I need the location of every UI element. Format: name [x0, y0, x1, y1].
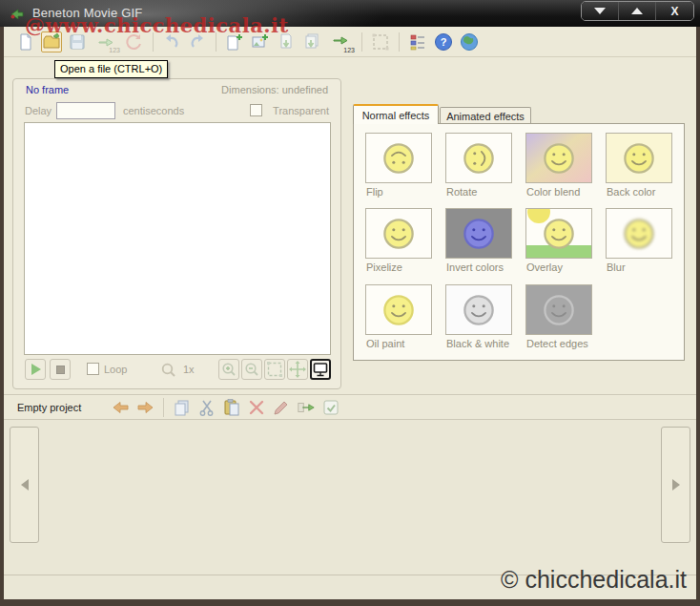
paste-icon [222, 398, 241, 417]
apply-check-icon [321, 398, 340, 417]
tab-normal-effects-label: Normal effects [362, 110, 430, 121]
delete-icon [247, 398, 266, 417]
frame-preview-area [24, 122, 331, 355]
toolbar-separator [399, 32, 400, 52]
edit-button[interactable] [272, 398, 291, 417]
frame-panel: No frame Dimensions: undefined Delay cen… [12, 78, 341, 389]
minimize-button[interactable] [582, 2, 619, 20]
apply-button[interactable] [321, 398, 340, 417]
website-button[interactable] [459, 31, 480, 52]
globe-icon [460, 32, 479, 52]
effect-item-back-color[interactable]: Back color [606, 133, 674, 198]
extract-all-frames-icon [302, 32, 321, 52]
minimize-icon [594, 8, 606, 14]
effect-item-color-blend[interactable]: Color blend [525, 133, 594, 198]
move-frame-icon [297, 399, 316, 416]
export-frames-number: 123 [343, 47, 355, 53]
tab-animated-effects-label: Animated effects [446, 111, 525, 122]
actual-size-button[interactable] [287, 359, 308, 380]
zoom-out-button[interactable] [241, 359, 262, 380]
effect-thumb-oil-paint [365, 284, 432, 335]
open-file-tooltip: Open a file (CTRL+O) [54, 60, 168, 78]
frame-list-icon [408, 32, 427, 52]
bottom-watermark: © chicchedicala.it [501, 566, 687, 594]
effect-thumb-invert-colors [445, 208, 512, 259]
previous-frame-icon [112, 400, 130, 415]
delay-label: Delay [25, 105, 51, 116]
tab-normal-effects[interactable]: Normal effects [353, 104, 439, 124]
effect-item-blur[interactable]: Blur [606, 208, 674, 273]
effect-label: Invert colors [445, 261, 514, 273]
effect-thumb-detect-edges [525, 284, 592, 335]
effect-label: Back color [606, 186, 674, 198]
delay-unit-label: centiseconds [123, 105, 184, 116]
stop-icon [56, 366, 65, 374]
effect-item-flip[interactable]: Flip [365, 133, 434, 198]
extract-all-frames-button[interactable] [301, 31, 322, 52]
manage-frames-button[interactable] [407, 31, 428, 52]
export-frames-button[interactable]: 123 [327, 31, 354, 52]
move-frame-button[interactable] [297, 398, 316, 417]
scroll-frames-right-button[interactable] [661, 427, 690, 543]
effect-item-oil-paint[interactable]: Oil paint [365, 284, 434, 349]
effects-panel: Flip Rotate Color blend Back color Pixel… [353, 123, 685, 361]
effect-thumb-back-color [606, 133, 672, 183]
window-controls: X [581, 1, 694, 21]
effect-thumb-rotate [445, 133, 512, 183]
fit-view-button[interactable] [264, 359, 285, 380]
loop-checkbox[interactable] [87, 363, 99, 375]
effect-thumb-pixelize [365, 208, 432, 259]
resize-button[interactable] [370, 31, 391, 52]
effect-item-overlay[interactable]: Overlay [525, 208, 594, 273]
delay-input[interactable] [56, 102, 115, 119]
effect-thumb-black-white [445, 284, 512, 335]
effect-item-rotate[interactable]: Rotate [445, 133, 514, 198]
fullscreen-button[interactable] [310, 359, 331, 380]
effect-item-pixelize[interactable]: Pixelize [365, 208, 434, 273]
playback-controls: Loop 1x [13, 359, 342, 384]
next-frame-button[interactable] [135, 398, 154, 417]
effect-label: Blur [606, 261, 674, 273]
effect-thumb-overlay [525, 208, 592, 259]
zoom-in-icon [220, 361, 237, 378]
move-arrows-icon [289, 361, 306, 378]
zoom-level-value: 1x [183, 364, 195, 375]
goto-frame-number: 123 [109, 47, 120, 53]
play-icon [31, 364, 41, 375]
cut-button[interactable] [197, 398, 216, 417]
zoom-in-button[interactable] [218, 359, 239, 380]
effect-item-detect-edges[interactable]: Detect edges [525, 284, 594, 349]
monitor-icon [312, 361, 329, 378]
help-button[interactable]: ? [433, 31, 454, 52]
play-button[interactable] [25, 359, 46, 380]
help-icon: ? [434, 32, 453, 52]
close-button[interactable]: X [656, 2, 693, 20]
effect-label: Black & white [445, 338, 514, 349]
paste-button[interactable] [222, 398, 241, 417]
copy-button[interactable] [173, 398, 192, 417]
maximize-button[interactable] [619, 2, 656, 20]
effect-thumb-flip [365, 133, 432, 183]
fit-view-icon [266, 361, 283, 378]
effect-thumb-blur [606, 208, 672, 259]
app-icon [10, 7, 25, 20]
zoom-out-icon [243, 361, 260, 378]
previous-frame-button[interactable] [111, 398, 130, 417]
delete-button[interactable] [247, 398, 266, 417]
toolbar-separator [361, 32, 362, 52]
scroll-frames-left-button[interactable] [10, 427, 39, 543]
next-frame-icon [136, 400, 154, 415]
transparent-checkbox[interactable] [250, 104, 262, 116]
zoom-level-icon [160, 362, 177, 379]
effect-label: Pixelize [365, 261, 434, 273]
close-icon: X [670, 5, 678, 18]
effect-label: Detect edges [525, 338, 594, 349]
dimensions-label: Dimensions: undefined [221, 84, 328, 95]
tab-animated-effects[interactable]: Animated effects [440, 107, 531, 124]
stop-button[interactable] [50, 359, 71, 380]
effect-label: Overlay [525, 261, 594, 273]
effect-item-black-white[interactable]: Black & white [445, 284, 514, 349]
effect-item-invert-colors[interactable]: Invert colors [445, 208, 514, 273]
effect-label: Color blend [525, 186, 594, 198]
effect-thumb-color-blend [525, 133, 592, 183]
